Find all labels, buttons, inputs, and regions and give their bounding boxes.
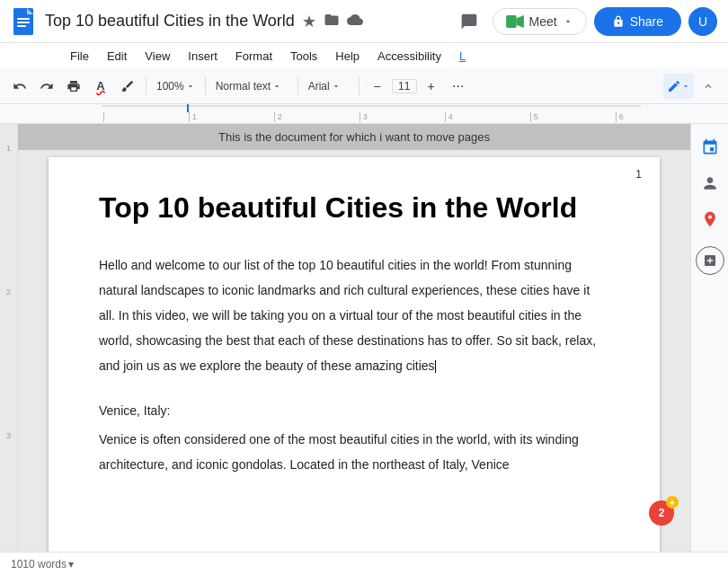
maps-icon[interactable] xyxy=(696,205,724,234)
svg-rect-4 xyxy=(17,22,30,23)
menu-file[interactable]: File xyxy=(63,47,96,66)
undo-button[interactable] xyxy=(7,74,32,99)
margin-num-1: 1 xyxy=(6,144,11,153)
document-banner: This is the document for which i want to… xyxy=(18,124,690,150)
paragraph-style-selector[interactable]: Normal text xyxy=(211,74,292,99)
tasks-icon[interactable] xyxy=(696,169,724,198)
document-area: This is the document for which i want to… xyxy=(18,124,690,552)
collapse-toolbar-button[interactable] xyxy=(696,74,721,99)
main-content: 1 2 3 This is the document for which i w… xyxy=(0,124,728,552)
menu-l[interactable]: L xyxy=(452,47,473,66)
status-bar: 1010 words ▾ xyxy=(0,552,728,575)
ruler-mark-2: │2 xyxy=(272,112,282,121)
text-cursor xyxy=(435,360,436,373)
decrease-font-size-button[interactable]: − xyxy=(365,74,390,99)
menu-help[interactable]: Help xyxy=(328,47,367,66)
font-size-control: − + xyxy=(365,74,444,99)
menu-bar: File Edit View Insert Format Tools Help … xyxy=(0,43,728,68)
add-apps-button[interactable] xyxy=(696,246,724,275)
title-actions: ★ xyxy=(302,12,363,31)
ruler-mark-4: │4 xyxy=(443,112,453,121)
toolbar: A 100% Normal text Arial − + ··· xyxy=(0,68,728,104)
star-icon[interactable]: ★ xyxy=(302,12,316,31)
font-value: Arial xyxy=(308,80,330,93)
word-count: 1010 words xyxy=(11,558,67,571)
zoom-value: 100% xyxy=(156,80,184,93)
toolbar-divider-1 xyxy=(146,77,146,95)
paint-format-button[interactable] xyxy=(115,74,140,99)
menu-accessibility[interactable]: Accessibility xyxy=(370,47,448,66)
font-selector[interactable]: Arial xyxy=(304,74,353,99)
ruler-mark-1: │1 xyxy=(187,112,197,121)
folder-icon[interactable] xyxy=(324,12,340,31)
toolbar-divider-3 xyxy=(297,77,298,95)
meet-label: Meet xyxy=(529,14,557,29)
ruler: │ │1 │2 │3 │4 │5 │6 xyxy=(0,104,728,124)
menu-insert[interactable]: Insert xyxy=(181,47,225,66)
svg-marker-7 xyxy=(516,15,523,28)
page-number: 1 xyxy=(635,168,642,181)
docs-logo-icon xyxy=(11,5,36,38)
toolbar-divider-2 xyxy=(205,77,206,95)
meet-button[interactable]: Meet xyxy=(493,8,587,35)
header-right: Meet Share U xyxy=(453,5,717,38)
document-page[interactable]: 1 Top 10 beautiful Cities in the World H… xyxy=(49,157,660,552)
chat-button[interactable] xyxy=(453,5,485,38)
comment-plus-icon: + xyxy=(666,496,679,509)
ruler-mark-6: │6 xyxy=(614,112,624,121)
zoom-selector[interactable]: 100% xyxy=(152,74,200,99)
ruler-indicator xyxy=(187,104,189,112)
svg-rect-3 xyxy=(17,18,30,20)
menu-tools[interactable]: Tools xyxy=(283,47,324,66)
margin-num-2: 2 xyxy=(6,288,11,296)
spell-icon: A xyxy=(96,79,104,93)
increase-font-size-button[interactable]: + xyxy=(419,74,444,99)
share-label: Share xyxy=(630,14,663,29)
comment-indicator[interactable]: 2 + xyxy=(649,500,674,526)
svg-rect-5 xyxy=(17,25,26,27)
document-body-paragraph[interactable]: Hello and welcome to our list of the top… xyxy=(99,252,609,378)
cloud-icon[interactable] xyxy=(347,12,363,31)
svg-rect-6 xyxy=(506,15,517,28)
toolbar-divider-4 xyxy=(359,77,360,95)
menu-format[interactable]: Format xyxy=(228,47,280,66)
user-avatar[interactable]: U xyxy=(688,7,717,36)
left-margin: 1 2 3 xyxy=(0,124,18,552)
margin-num-3: 3 xyxy=(6,431,11,440)
ruler-mark-3: │3 xyxy=(358,112,368,121)
share-button[interactable]: Share xyxy=(594,7,681,36)
ruler-mark-5: │5 xyxy=(528,112,538,121)
editing-mode-button[interactable] xyxy=(663,74,694,99)
spell-check-button[interactable]: A xyxy=(88,74,113,99)
print-button[interactable] xyxy=(61,74,86,99)
word-count-dropdown-icon: ▾ xyxy=(68,558,74,571)
redo-button[interactable] xyxy=(34,74,59,99)
menu-view[interactable]: View xyxy=(138,47,177,66)
menu-edit[interactable]: Edit xyxy=(100,47,134,66)
more-options-button[interactable]: ··· xyxy=(446,74,471,99)
font-size-input[interactable] xyxy=(392,79,417,93)
document-title[interactable]: Top 10 beautiful Cities in the World xyxy=(99,190,609,227)
right-sidebar xyxy=(690,124,728,552)
paragraph-style-value: Normal text xyxy=(216,80,271,93)
ruler-mark-0: │ xyxy=(102,112,107,121)
section-title[interactable]: Venice, Italy: xyxy=(99,398,609,423)
keep-icon[interactable] xyxy=(696,133,724,162)
title-bar: Top 10 beautiful Cities in the World ★ M… xyxy=(0,0,728,43)
section-body[interactable]: Venice is often considered one of the mo… xyxy=(99,427,609,477)
doc-title[interactable]: Top 10 beautiful Cities in the World xyxy=(45,12,295,31)
word-count-display[interactable]: 1010 words ▾ xyxy=(11,558,74,571)
